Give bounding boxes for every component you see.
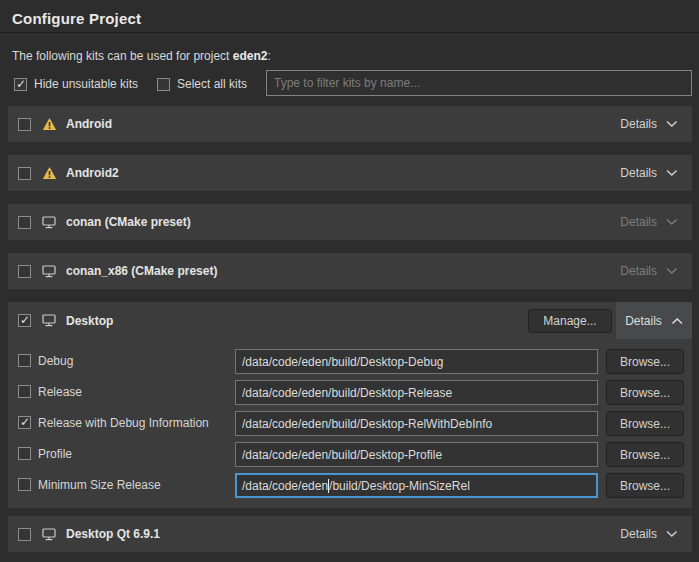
config-label: Release <box>38 385 82 399</box>
build-dir-input[interactable] <box>235 380 598 405</box>
chevron-down-icon <box>666 218 678 226</box>
kit-name: Desktop Qt 6.9.1 <box>66 527 160 541</box>
kit-name: conan (CMake preset) <box>66 215 191 229</box>
details-label: Details <box>620 215 657 229</box>
details-toggle[interactable]: Details <box>606 155 692 191</box>
config-label: Release with Debug Information <box>38 416 209 430</box>
kit-checkbox[interactable] <box>18 216 31 229</box>
kit-checkbox[interactable] <box>18 265 31 278</box>
kit-row-desktop: Desktop Manage... Details Debug Browse..… <box>8 302 692 508</box>
config-label: Debug <box>38 354 73 368</box>
intro-suffix: : <box>267 49 270 63</box>
kit-checkbox[interactable] <box>18 118 31 131</box>
details-toggle[interactable]: Details <box>616 302 692 339</box>
details-toggle: Details <box>606 204 692 240</box>
kit-filter-input[interactable] <box>266 70 692 96</box>
details-label: Details <box>620 527 657 541</box>
config-row-profile: Profile Browse... <box>8 442 692 467</box>
details-label: Details <box>620 117 657 131</box>
checkbox-checked-icon[interactable] <box>14 78 27 91</box>
chevron-down-icon <box>666 267 678 275</box>
config-checkbox[interactable] <box>18 385 31 398</box>
config-row-minsizerel: Minimum Size Release /data/code/eden/bui… <box>8 473 692 498</box>
chevron-down-icon <box>666 530 678 538</box>
chevron-down-icon <box>666 169 678 177</box>
config-row-debug: Debug Browse... <box>8 349 692 374</box>
path-text-before-cursor: /data/code/eden <box>242 479 328 493</box>
config-checkbox[interactable] <box>18 478 31 491</box>
config-row-relwithdebinfo: Release with Debug Information Browse... <box>8 411 692 436</box>
select-all-kits-checkbox[interactable]: Select all kits <box>157 77 247 91</box>
build-dir-input[interactable] <box>235 349 598 374</box>
details-toggle: Details <box>606 253 692 289</box>
kit-row-desktop-qt-691[interactable]: Desktop Qt 6.9.1 Details <box>8 516 692 552</box>
manage-kits-button[interactable]: Manage... <box>528 309 612 333</box>
warning-icon <box>41 117 57 131</box>
kit-checkbox[interactable] <box>18 528 31 541</box>
config-row-release: Release Browse... <box>8 380 692 405</box>
kit-name: Desktop <box>66 314 113 328</box>
page-title: Configure Project <box>12 10 141 27</box>
project-name: eden2 <box>233 49 268 63</box>
kit-row-android2[interactable]: Android2 Details <box>8 155 692 191</box>
details-label: Details <box>625 314 662 328</box>
chevron-down-icon <box>666 120 678 128</box>
desktop-icon <box>41 314 57 327</box>
kit-name: Android2 <box>66 166 119 180</box>
config-checkbox[interactable] <box>18 447 31 460</box>
warning-icon <box>41 166 57 180</box>
browse-button[interactable]: Browse... <box>606 380 684 405</box>
intro-prefix: The following kits can be used for proje… <box>12 49 233 63</box>
title-separator <box>0 32 699 33</box>
config-checkbox[interactable] <box>18 416 31 429</box>
config-label: Minimum Size Release <box>38 478 161 492</box>
details-label: Details <box>620 166 657 180</box>
hide-unsuitable-kits-label: Hide unsuitable kits <box>34 77 138 91</box>
path-text-after-cursor: /build/Desktop-MinSizeRel <box>329 479 470 493</box>
browse-button[interactable]: Browse... <box>606 473 684 498</box>
checkbox-unchecked-icon[interactable] <box>157 78 170 91</box>
browse-button[interactable]: Browse... <box>606 349 684 374</box>
details-toggle[interactable]: Details <box>606 516 692 552</box>
chevron-up-icon <box>671 314 683 328</box>
kit-name: Android <box>66 117 112 131</box>
browse-button[interactable]: Browse... <box>606 411 684 436</box>
desktop-icon <box>41 216 57 229</box>
build-dir-input[interactable] <box>235 411 598 436</box>
desktop-icon <box>41 265 57 278</box>
desktop-icon <box>41 528 57 541</box>
details-toggle[interactable]: Details <box>606 106 692 142</box>
kit-row-desktop-header[interactable]: Desktop Manage... Details <box>8 302 692 339</box>
browse-button[interactable]: Browse... <box>606 442 684 467</box>
details-label: Details <box>620 264 657 278</box>
kit-row-conan[interactable]: conan (CMake preset) Details <box>8 204 692 240</box>
config-checkbox[interactable] <box>18 354 31 367</box>
hide-unsuitable-kits-checkbox[interactable]: Hide unsuitable kits <box>14 77 138 91</box>
kit-row-android[interactable]: Android Details <box>8 106 692 142</box>
intro-text: The following kits can be used for proje… <box>12 49 271 63</box>
build-dir-input[interactable]: /data/code/eden/build/Desktop-MinSizeRel <box>235 473 598 498</box>
config-label: Profile <box>38 447 72 461</box>
kit-checkbox[interactable] <box>18 314 31 327</box>
kit-name: conan_x86 (CMake preset) <box>66 264 217 278</box>
kit-row-conan-x86[interactable]: conan_x86 (CMake preset) Details <box>8 253 692 289</box>
kit-checkbox[interactable] <box>18 167 31 180</box>
build-dir-input[interactable] <box>235 442 598 467</box>
select-all-kits-label: Select all kits <box>177 77 247 91</box>
